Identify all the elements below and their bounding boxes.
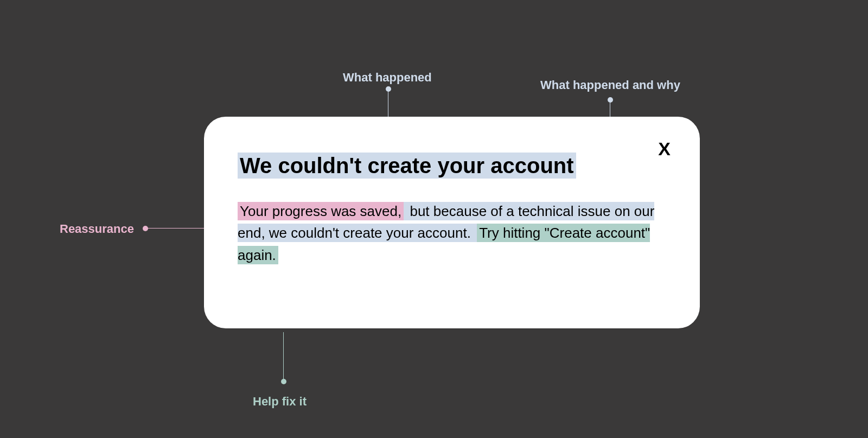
annotation-help-fix-it: Help fix it [253,395,307,409]
leader-line [283,332,284,381]
close-icon[interactable]: X [658,138,671,160]
leader-dot [386,86,391,92]
body-reassurance-segment: Your progress was saved, [238,202,404,220]
error-dialog: X We couldn't create your account Your p… [204,117,700,328]
dialog-title: We couldn't create your account [238,153,576,179]
leader-dot [143,226,148,231]
leader-dot [608,97,613,103]
leader-dot [281,379,286,384]
annotation-what-happened: What happened [343,71,432,85]
annotation-what-happened-and-why: What happened and why [540,78,680,92]
dialog-body: Your progress was saved, but because of … [238,200,667,266]
dialog-title-wrap: We couldn't create your account [238,149,667,182]
annotation-reassurance: Reassurance [60,222,134,236]
